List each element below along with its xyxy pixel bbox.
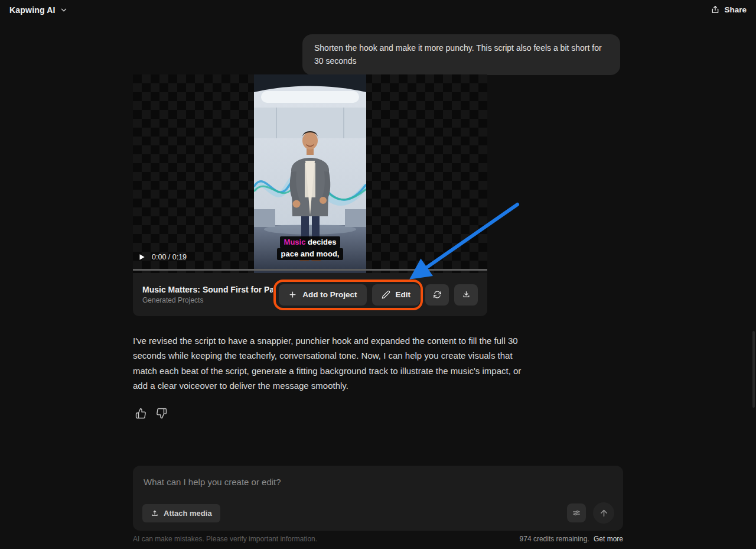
send-button[interactable]	[593, 502, 614, 524]
thumbs-down-button[interactable]	[155, 408, 168, 421]
highlighted-buttons-group: Add to Project Edit	[279, 284, 420, 306]
app-title-dropdown[interactable]: Kapwing AI	[9, 5, 68, 15]
scrollbar-thumb[interactable]	[752, 331, 755, 408]
settings-button[interactable]	[567, 503, 586, 522]
credits-block: 974 credits remaining. Get more	[520, 535, 623, 543]
video-info-panel: Music Matters: Sound First for Pac... Ge…	[133, 273, 487, 316]
app-title: Kapwing AI	[9, 5, 56, 15]
caption-line-2: pace and mood,	[277, 248, 344, 260]
pencil-icon	[382, 290, 390, 299]
download-button[interactable]	[454, 284, 478, 306]
attach-media-label: Attach media	[164, 509, 212, 518]
share-button[interactable]: Share	[711, 5, 747, 14]
play-icon[interactable]	[138, 253, 146, 261]
feedback-row	[134, 408, 168, 421]
arrow-up-icon	[599, 508, 609, 518]
footer: AI can make mistakes. Please verify impo…	[133, 535, 623, 543]
add-to-project-label: Add to Project	[302, 290, 357, 299]
edit-button[interactable]: Edit	[372, 284, 421, 306]
video-title-block: Music Matters: Sound First for Pac... Ge…	[142, 285, 279, 304]
video-subtitle: Generated Projects	[142, 296, 273, 304]
assistant-message: I've revised the script to have a snappi…	[133, 333, 536, 393]
chat-composer: Attach media	[133, 466, 623, 531]
edit-label: Edit	[396, 290, 411, 299]
user-message-bubble: Shorten the hook and make it more punchy…	[302, 34, 620, 75]
upload-icon	[151, 509, 159, 518]
video-player[interactable]: Music decides pace and mood, 0:00 / 0:19	[133, 74, 487, 273]
time-display: 0:00 / 0:19	[152, 253, 187, 261]
top-bar: Kapwing AI Share	[0, 0, 756, 22]
chat-input[interactable]	[144, 473, 604, 490]
plus-icon	[288, 290, 297, 299]
add-to-project-button[interactable]: Add to Project	[279, 284, 366, 306]
regenerate-button[interactable]	[425, 284, 449, 306]
caption-line1-rest: decides	[305, 238, 336, 246]
attach-media-button[interactable]: Attach media	[142, 504, 220, 522]
thumbs-down-icon	[156, 408, 167, 419]
chevron-down-icon	[60, 6, 68, 14]
video-title: Music Matters: Sound First for Pac...	[142, 285, 273, 294]
ai-disclaimer: AI can make mistakes. Please verify impo…	[133, 535, 317, 543]
video-progress-bar[interactable]	[133, 269, 487, 271]
get-more-link[interactable]: Get more	[594, 535, 623, 543]
share-icon	[711, 5, 720, 14]
video-actions: Add to Project Edit	[279, 284, 478, 306]
caption-highlight-word: Music	[284, 238, 306, 246]
refresh-icon	[433, 290, 442, 299]
sliders-icon	[572, 508, 581, 518]
credits-remaining: 974 credits remaining.	[520, 535, 589, 543]
share-label: Share	[724, 5, 747, 14]
thumbs-up-button[interactable]	[134, 408, 147, 421]
thumbs-up-icon	[135, 408, 146, 419]
player-controls: 0:00 / 0:19	[138, 253, 187, 261]
caption-line-1: Music decides	[280, 236, 341, 248]
generated-video-card: Music decides pace and mood, 0:00 / 0:19…	[133, 74, 487, 316]
download-icon	[462, 290, 471, 299]
